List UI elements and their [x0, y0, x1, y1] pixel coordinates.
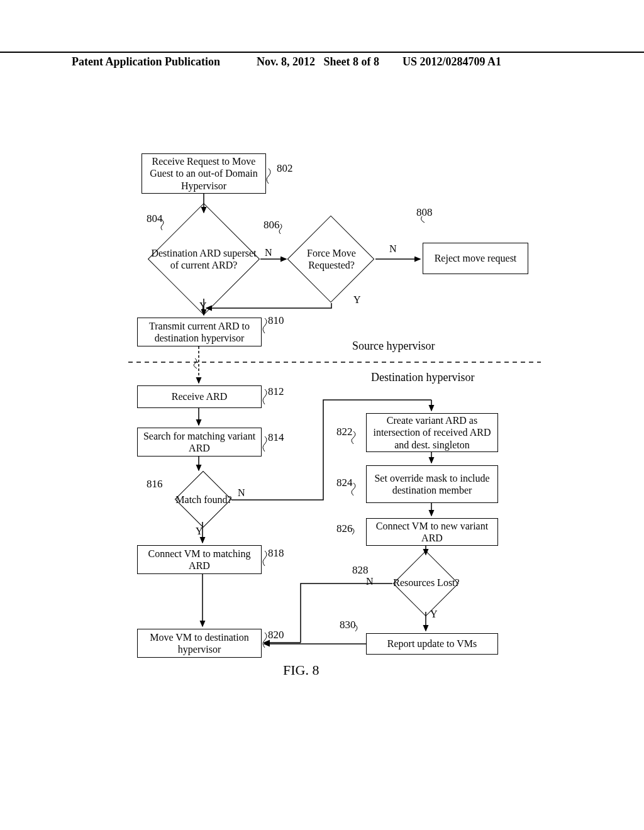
label-828-n: N	[366, 576, 374, 587]
node-808: Reject move request	[423, 243, 528, 274]
ref-812: 812	[268, 385, 284, 398]
node-812: Receive ARD	[137, 385, 262, 408]
label-828-y: Y	[430, 609, 438, 620]
ref-818: 818	[268, 547, 284, 560]
ref-802: 802	[277, 162, 293, 175]
label-804-n: N	[265, 247, 272, 258]
node-816-diamond	[175, 471, 232, 528]
node-828-diamond	[393, 551, 459, 617]
label-source-hypervisor: Source hypervisor	[352, 340, 435, 353]
ref-822: 822	[336, 426, 353, 438]
ref-806: 806	[264, 219, 280, 231]
ref-826: 826	[336, 523, 353, 535]
label-804-y: Y	[199, 301, 207, 312]
label-806-y: Y	[353, 294, 361, 306]
ref-814: 814	[268, 431, 284, 444]
ref-808: 808	[416, 206, 433, 219]
ref-824: 824	[336, 477, 353, 489]
node-830: Report update to VMs	[366, 633, 498, 655]
node-822: Create variant ARD as intersection of re…	[366, 413, 498, 452]
label-816-n: N	[238, 487, 245, 499]
node-826: Connect VM to new variant ARD	[366, 518, 498, 546]
ref-804: 804	[147, 213, 163, 225]
label-destination-hypervisor: Destination hypervisor	[371, 371, 474, 384]
figure-label: FIG. 8	[283, 662, 319, 678]
node-810: Transmit current ARD to destination hype…	[137, 318, 262, 346]
node-804-diamond	[148, 203, 260, 315]
ref-810: 810	[268, 314, 284, 327]
node-818: Connect VM to matching ARD	[137, 545, 262, 574]
flowchart: Receive Request to Move Guest to an out-…	[0, 0, 644, 830]
node-820: Move VM to destination hypervisor	[137, 629, 262, 658]
ref-828: 828	[352, 564, 369, 577]
node-806-diamond	[287, 216, 375, 303]
node-824: Set override mask to include destination…	[366, 465, 498, 503]
ref-820: 820	[268, 629, 284, 641]
node-814: Search for matching variant ARD	[137, 428, 262, 456]
connectors	[0, 0, 644, 830]
node-802: Receive Request to Move Guest to an out-…	[142, 153, 266, 194]
label-806-n: N	[389, 243, 397, 255]
ref-830: 830	[340, 619, 356, 631]
label-816-y: Y	[196, 526, 203, 537]
ref-816: 816	[147, 478, 163, 490]
